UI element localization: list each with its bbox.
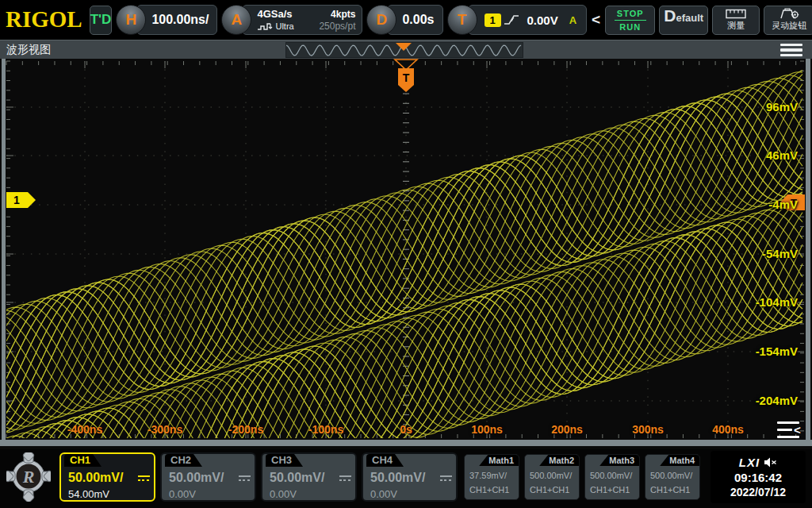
waveform-view-bar: 波形视图 xyxy=(0,40,812,59)
time-tick-label: 200ns xyxy=(539,423,595,436)
speaker-muted-icon[interactable] xyxy=(764,457,777,468)
math-expression: CH1+CH1 xyxy=(650,485,690,495)
time-tick-label: -100ns xyxy=(298,423,354,436)
frame-left xyxy=(2,59,6,446)
math-scale: 37.59mV/ xyxy=(469,471,507,480)
channel-card-ch4[interactable]: CH450.00mV/0.00V xyxy=(362,452,458,502)
collapse-chevron: < xyxy=(794,427,801,433)
dc-coupling-icon xyxy=(138,475,150,481)
menu-icon[interactable] xyxy=(780,44,802,56)
math-card-math4[interactable]: Math4500.00mV/CH1+CH1 xyxy=(645,454,700,500)
run-stop-button[interactable]: STOP RUN xyxy=(605,6,655,35)
time-tick-label: -200ns xyxy=(218,423,274,436)
trigger-badge[interactable]: T xyxy=(447,5,477,35)
acq-mode-label: Ultra xyxy=(275,21,293,31)
time-tick-label: -300ns xyxy=(137,423,193,436)
measure-label: 测量 xyxy=(727,20,745,32)
horizontal-group[interactable]: H 100.00ns/ xyxy=(116,3,217,37)
quick-buttons: < STOP RUN Default 测量 灵动旋钮 > xyxy=(591,6,812,35)
voltage-tick-label: -54mV xyxy=(734,247,798,260)
math-tab: Math2 xyxy=(539,455,579,466)
channel-card-ch3[interactable]: CH350.00mV/0.00V xyxy=(261,452,357,502)
run-label: RUN xyxy=(619,22,641,32)
rigol-logo: RIGOL xyxy=(4,6,86,34)
memory-depth: 4kpts xyxy=(331,9,355,20)
svg-text:T: T xyxy=(403,71,410,84)
waveform-display[interactable]: T 1 T 96mV46mV-4mV-54mV-104mV-154mV-204m… xyxy=(0,59,812,449)
default-cap: D xyxy=(664,6,676,25)
nav-prev-icon[interactable]: < xyxy=(591,11,601,29)
voltage-tick-label: -4mV xyxy=(734,198,798,211)
clock-time: 09:16:42 xyxy=(734,471,782,484)
settings-gear-icon[interactable]: R xyxy=(6,452,51,502)
bottom-status-bar: R CH150.00mV/54.00mVCH250.00mV/0.00VCH35… xyxy=(0,449,812,508)
trigger-position-marker[interactable]: T xyxy=(393,59,419,97)
channel-offset: 0.00V xyxy=(169,488,196,500)
channel-scale: 50.00mV/ xyxy=(169,471,224,485)
knob-icon xyxy=(779,8,799,19)
channel-scale: 50.00mV/ xyxy=(370,471,425,485)
math-scale: 500.00mV/ xyxy=(530,471,572,480)
svg-text:R: R xyxy=(22,467,35,487)
math-card-math1[interactable]: Math137.59mV/CH1+CH1 xyxy=(464,454,519,500)
channel-offset: 54.00mV xyxy=(68,488,109,500)
measure-button[interactable]: 测量 xyxy=(712,6,760,35)
runstop-divider xyxy=(615,20,646,21)
sample-resolution: 250ps/pt xyxy=(319,21,355,32)
time-tick-label: 300ns xyxy=(620,423,676,436)
math-expression: CH1+CH1 xyxy=(469,485,509,495)
math-expression: CH1+CH1 xyxy=(530,485,569,495)
timebase-preview-strip[interactable] xyxy=(285,42,523,58)
rising-edge-icon xyxy=(504,13,519,26)
channel-tab: CH2 xyxy=(165,454,202,467)
math-card-math3[interactable]: Math3500.00mV/CH1+CH1 xyxy=(584,454,640,500)
default-button[interactable]: Default xyxy=(659,6,708,35)
lxi-badge: LXI xyxy=(739,456,760,469)
svg-text:1: 1 xyxy=(13,194,20,206)
math-tab: Math3 xyxy=(599,455,639,466)
trigger-source-badge[interactable]: 1 xyxy=(485,13,501,27)
default-rest: efault xyxy=(676,12,703,24)
smart-knob-label: 灵动旋钮 xyxy=(772,20,806,32)
acquisition-group[interactable]: A 4GSa/s 4kpts Ultra 250ps/pt xyxy=(221,3,362,37)
channel-tab: CH1 xyxy=(64,454,102,467)
preview-trigger-position-icon[interactable] xyxy=(396,43,412,52)
time-tick-label: -400ns xyxy=(57,423,113,436)
voltage-tick-label: 96mV xyxy=(734,100,798,114)
dc-coupling-icon xyxy=(239,475,251,481)
frame-right xyxy=(806,59,810,446)
waveform-trace xyxy=(6,94,802,432)
math-tab: Math4 xyxy=(660,455,699,466)
math-scale: 500.00mV/ xyxy=(650,471,692,480)
frame-bottom xyxy=(0,440,812,446)
time-tick-label: 0s xyxy=(378,423,434,436)
delay-value: 0.00s xyxy=(402,13,442,27)
channel1-level-marker[interactable]: 1 xyxy=(6,191,38,209)
trigger-group[interactable]: T 1 0.00V A xyxy=(447,3,588,37)
smart-knob-button[interactable]: 灵动旋钮 xyxy=(764,6,812,35)
top-status-bar: RIGOL T'D H 100.00ns/ A 4GSa/s 4kpts Ult… xyxy=(0,0,812,40)
time-tick-label: 400ns xyxy=(700,423,756,436)
trigger-status-button[interactable]: T'D xyxy=(90,6,113,35)
clock-date: 2022/07/12 xyxy=(730,486,786,498)
trigger-level: 0.00V xyxy=(527,13,558,27)
system-clock-box: LXI 09:16:42 2022/07/12 xyxy=(710,451,806,503)
menu-collapse-icon[interactable]: < xyxy=(777,421,806,441)
dc-coupling-icon xyxy=(440,475,452,481)
trigger-sweep-mode: A xyxy=(569,14,576,26)
stop-label: STOP xyxy=(617,9,644,18)
scope-graticule-and-trace xyxy=(0,59,812,449)
ruler-icon xyxy=(726,9,746,19)
voltage-tick-label: -104mV xyxy=(734,295,798,309)
voltage-tick-label: -204mV xyxy=(734,394,798,407)
horizontal-scale: 100.00ns/ xyxy=(151,13,216,27)
math-card-math2[interactable]: Math2500.00mV/CH1+CH1 xyxy=(524,454,580,500)
waveform-trace xyxy=(6,87,802,429)
channel-scale: 50.00mV/ xyxy=(68,471,123,485)
sample-rate: 4GSa/s xyxy=(257,8,292,20)
channel-card-ch1[interactable]: CH150.00mV/54.00mV xyxy=(59,452,155,502)
channel-card-ch2[interactable]: CH250.00mV/0.00V xyxy=(160,452,256,502)
math-tab: Math1 xyxy=(479,455,519,466)
voltage-tick-label: -154mV xyxy=(734,344,798,358)
delay-group[interactable]: D 0.00s xyxy=(366,3,442,37)
